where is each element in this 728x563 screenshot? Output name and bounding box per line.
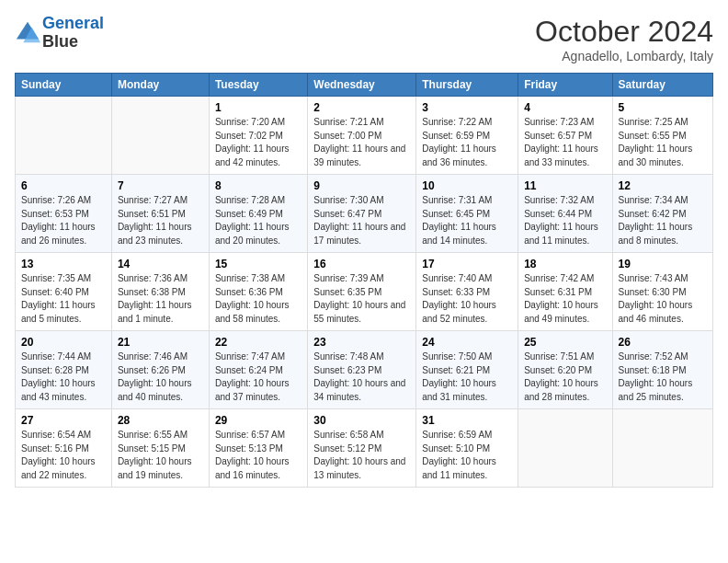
day-info: Sunrise: 6:55 AM Sunset: 5:15 PM Dayligh… — [118, 429, 203, 482]
day-number: 22 — [215, 336, 301, 349]
weekday-header-sunday: Sunday — [16, 74, 112, 97]
calendar-body: 1Sunrise: 7:20 AM Sunset: 7:02 PM Daylig… — [16, 97, 713, 488]
day-number: 18 — [524, 258, 606, 270]
day-info: Sunrise: 7:46 AM Sunset: 6:26 PM Dayligh… — [118, 350, 203, 404]
day-info: Sunrise: 7:26 AM Sunset: 6:53 PM Dayligh… — [21, 194, 106, 247]
day-info: Sunrise: 7:48 AM Sunset: 6:23 PM Dayligh… — [313, 350, 410, 404]
calendar-cell: 13Sunrise: 7:35 AM Sunset: 6:40 PM Dayli… — [16, 253, 112, 331]
calendar-cell: 12Sunrise: 7:34 AM Sunset: 6:42 PM Dayli… — [612, 175, 712, 253]
day-info: Sunrise: 7:31 AM Sunset: 6:45 PM Dayligh… — [422, 194, 512, 247]
day-number: 29 — [215, 414, 301, 427]
weekday-header-friday: Friday — [518, 74, 612, 97]
weekday-header-saturday: Saturday — [612, 74, 712, 97]
calendar-cell: 19Sunrise: 7:43 AM Sunset: 6:30 PM Dayli… — [612, 253, 712, 331]
day-info: Sunrise: 7:40 AM Sunset: 6:33 PM Dayligh… — [422, 272, 512, 326]
day-number: 26 — [619, 336, 707, 349]
day-number: 24 — [422, 336, 512, 349]
calendar-cell: 15Sunrise: 7:38 AM Sunset: 6:36 PM Dayli… — [209, 253, 307, 331]
day-number: 31 — [422, 414, 512, 427]
day-info: Sunrise: 7:23 AM Sunset: 6:57 PM Dayligh… — [524, 116, 606, 169]
calendar-cell: 14Sunrise: 7:36 AM Sunset: 6:38 PM Dayli… — [111, 253, 209, 331]
calendar-cell: 5Sunrise: 7:25 AM Sunset: 6:55 PM Daylig… — [612, 97, 712, 175]
day-info: Sunrise: 7:34 AM Sunset: 6:42 PM Dayligh… — [619, 194, 707, 247]
weekday-header-row: SundayMondayTuesdayWednesdayThursdayFrid… — [16, 74, 713, 97]
day-info: Sunrise: 6:54 AM Sunset: 5:16 PM Dayligh… — [21, 429, 106, 482]
logo-line1: General — [42, 14, 104, 32]
week-row-4: 27Sunrise: 6:54 AM Sunset: 5:16 PM Dayli… — [16, 409, 713, 488]
week-row-1: 6Sunrise: 7:26 AM Sunset: 6:53 PM Daylig… — [16, 175, 713, 253]
calendar-cell: 6Sunrise: 7:26 AM Sunset: 6:53 PM Daylig… — [16, 175, 112, 253]
calendar-cell: 11Sunrise: 7:32 AM Sunset: 6:44 PM Dayli… — [518, 175, 612, 253]
weekday-header-tuesday: Tuesday — [209, 74, 307, 97]
day-number: 14 — [118, 258, 203, 270]
day-info: Sunrise: 7:30 AM Sunset: 6:47 PM Dayligh… — [313, 194, 410, 247]
day-number: 20 — [21, 336, 106, 349]
calendar-cell: 16Sunrise: 7:39 AM Sunset: 6:35 PM Dayli… — [308, 253, 416, 331]
day-number: 11 — [524, 179, 606, 192]
day-number: 27 — [21, 414, 106, 427]
day-info: Sunrise: 7:50 AM Sunset: 6:21 PM Dayligh… — [422, 350, 512, 404]
calendar-cell: 28Sunrise: 6:55 AM Sunset: 5:15 PM Dayli… — [111, 409, 209, 488]
day-info: Sunrise: 7:36 AM Sunset: 6:38 PM Dayligh… — [118, 272, 203, 326]
week-row-2: 13Sunrise: 7:35 AM Sunset: 6:40 PM Dayli… — [16, 253, 713, 331]
calendar-cell — [16, 97, 112, 175]
weekday-header-thursday: Thursday — [416, 74, 518, 97]
day-number: 19 — [619, 258, 707, 270]
calendar-cell: 26Sunrise: 7:52 AM Sunset: 6:18 PM Dayli… — [612, 331, 712, 409]
day-info: Sunrise: 7:35 AM Sunset: 6:40 PM Dayligh… — [21, 272, 106, 326]
logo-icon — [15, 20, 40, 46]
day-number: 13 — [21, 258, 106, 270]
day-number: 12 — [619, 179, 707, 192]
day-info: Sunrise: 7:22 AM Sunset: 6:59 PM Dayligh… — [422, 116, 512, 169]
day-number: 23 — [313, 336, 410, 349]
day-info: Sunrise: 7:51 AM Sunset: 6:20 PM Dayligh… — [524, 350, 606, 404]
day-info: Sunrise: 7:27 AM Sunset: 6:51 PM Dayligh… — [118, 194, 203, 247]
day-number: 28 — [118, 414, 203, 427]
calendar-cell: 3Sunrise: 7:22 AM Sunset: 6:59 PM Daylig… — [416, 97, 518, 175]
calendar-cell: 9Sunrise: 7:30 AM Sunset: 6:47 PM Daylig… — [308, 175, 416, 253]
calendar-cell: 17Sunrise: 7:40 AM Sunset: 6:33 PM Dayli… — [416, 253, 518, 331]
day-info: Sunrise: 7:52 AM Sunset: 6:18 PM Dayligh… — [619, 350, 707, 404]
calendar-cell: 8Sunrise: 7:28 AM Sunset: 6:49 PM Daylig… — [209, 175, 307, 253]
day-info: Sunrise: 7:47 AM Sunset: 6:24 PM Dayligh… — [215, 350, 301, 404]
day-info: Sunrise: 6:57 AM Sunset: 5:13 PM Dayligh… — [215, 429, 301, 482]
location: Agnadello, Lombardy, Italy — [535, 49, 713, 63]
week-row-0: 1Sunrise: 7:20 AM Sunset: 7:02 PM Daylig… — [16, 97, 713, 175]
weekday-header-wednesday: Wednesday — [308, 74, 416, 97]
day-info: Sunrise: 7:43 AM Sunset: 6:30 PM Dayligh… — [619, 272, 707, 326]
day-info: Sunrise: 7:39 AM Sunset: 6:35 PM Dayligh… — [313, 272, 410, 326]
calendar-cell: 7Sunrise: 7:27 AM Sunset: 6:51 PM Daylig… — [111, 175, 209, 253]
day-number: 8 — [215, 179, 301, 192]
page-header: General Blue October 2024 Agnadello, Lom… — [15, 15, 713, 63]
day-number: 17 — [422, 258, 512, 270]
day-number: 10 — [422, 179, 512, 192]
day-info: Sunrise: 7:42 AM Sunset: 6:31 PM Dayligh… — [524, 272, 606, 326]
logo-text: General Blue — [42, 15, 104, 52]
day-info: Sunrise: 7:38 AM Sunset: 6:36 PM Dayligh… — [215, 272, 301, 326]
day-number: 4 — [524, 101, 606, 114]
day-info: Sunrise: 6:59 AM Sunset: 5:10 PM Dayligh… — [422, 429, 512, 482]
day-number: 25 — [524, 336, 606, 349]
calendar-cell: 29Sunrise: 6:57 AM Sunset: 5:13 PM Dayli… — [209, 409, 307, 488]
calendar-cell: 10Sunrise: 7:31 AM Sunset: 6:45 PM Dayli… — [416, 175, 518, 253]
calendar-cell: 23Sunrise: 7:48 AM Sunset: 6:23 PM Dayli… — [308, 331, 416, 409]
day-info: Sunrise: 7:21 AM Sunset: 7:00 PM Dayligh… — [313, 116, 410, 169]
calendar-cell: 22Sunrise: 7:47 AM Sunset: 6:24 PM Dayli… — [209, 331, 307, 409]
calendar-cell: 20Sunrise: 7:44 AM Sunset: 6:28 PM Dayli… — [16, 331, 112, 409]
calendar-cell: 4Sunrise: 7:23 AM Sunset: 6:57 PM Daylig… — [518, 97, 612, 175]
day-number: 15 — [215, 258, 301, 270]
logo-line2: Blue — [42, 32, 78, 51]
logo: General Blue — [15, 15, 104, 52]
day-number: 21 — [118, 336, 203, 349]
day-number: 7 — [118, 179, 203, 192]
day-number: 1 — [215, 101, 301, 114]
day-number: 6 — [21, 179, 106, 192]
calendar-cell — [518, 409, 612, 488]
day-number: 30 — [313, 414, 410, 427]
day-info: Sunrise: 7:28 AM Sunset: 6:49 PM Dayligh… — [215, 194, 301, 247]
day-number: 3 — [422, 101, 512, 114]
day-number: 2 — [313, 101, 410, 114]
day-number: 5 — [619, 101, 707, 114]
calendar-cell: 27Sunrise: 6:54 AM Sunset: 5:16 PM Dayli… — [16, 409, 112, 488]
day-number: 9 — [313, 179, 410, 192]
